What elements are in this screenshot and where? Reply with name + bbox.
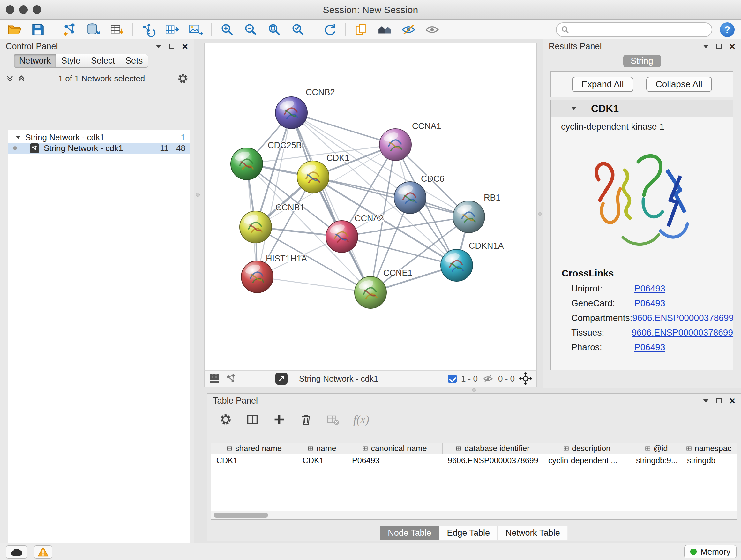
collapse-all-icon[interactable] [5,74,15,83]
maximize-panel-icon[interactable] [169,44,174,49]
clone-network-button[interactable] [140,22,156,38]
grid-view-icon[interactable] [209,373,220,384]
gene-card-header[interactable]: CDK1 [551,100,733,117]
warning-button[interactable] [34,545,52,559]
tab-sets[interactable]: Sets [120,54,148,68]
node-CCNE1[interactable] [354,276,387,308]
maximize-panel-icon[interactable] [717,398,722,403]
network-tree-root-row[interactable]: String Network - cdk1 1 [8,132,190,143]
tab-select[interactable]: Select [85,54,120,68]
edge-CCNE1-HIST1H1A[interactable] [257,277,370,293]
column-header-shared-name[interactable]: shared name [211,443,297,454]
memory-button[interactable]: Memory [684,545,737,558]
zoom-in-button[interactable] [219,22,235,38]
show-columns-icon[interactable] [246,413,259,426]
left-splitter-handle[interactable] [196,193,200,197]
zoom-out-button[interactable] [243,22,259,38]
import-network-database-button[interactable] [85,22,101,38]
column-header-description[interactable]: description [543,443,631,454]
cell-namespace[interactable]: stringdb [682,456,736,465]
column-header-database-identifier[interactable]: database identifier [443,443,543,454]
search-box[interactable] [556,22,712,37]
minimize-window-button[interactable] [19,5,28,14]
save-session-button[interactable] [30,22,46,38]
import-table-button[interactable] [109,22,125,38]
open-session-button[interactable] [6,22,22,38]
show-eye-button[interactable] [424,22,440,38]
export-image-button[interactable] [188,22,204,38]
copy-button[interactable] [353,22,369,38]
delete-column-trash-icon[interactable] [300,413,313,426]
column-header-name[interactable]: name [297,443,347,454]
crosslink-link[interactable]: P06493 [634,298,665,308]
expand-all-icon[interactable] [17,74,26,83]
cell-database-identifier[interactable]: 9606.ENSP00000378699 [443,456,543,465]
horizontal-scrollbar[interactable] [211,511,737,519]
help-button[interactable]: ? [720,22,735,37]
column-header-id[interactable]: @id [631,443,682,454]
node-CDKN1A[interactable] [441,249,473,281]
tab-node-table[interactable]: Node Table [380,526,439,540]
export-table-button[interactable] [164,22,180,38]
maximize-window-button[interactable] [32,5,41,14]
collapse-all-button[interactable]: Collapse All [646,77,712,92]
birdseye-view-icon[interactable] [226,373,237,384]
column-header-canonical-name[interactable]: canonical name [347,443,443,454]
tab-style[interactable]: Style [56,54,86,68]
zoom-selected-button[interactable] [290,22,306,38]
home-button[interactable] [377,22,393,38]
node-CDK1[interactable] [297,161,329,193]
zoom-fit-button[interactable] [266,22,282,38]
node-RB1[interactable] [453,201,485,233]
cell-description[interactable]: cyclin-dependent ... [543,456,631,465]
tab-network-table[interactable]: Network Table [497,526,568,540]
cell-shared-name[interactable]: CDK1 [211,456,297,465]
node-CCNA1[interactable] [380,129,411,161]
tree-expander-icon[interactable] [16,136,21,139]
close-panel-icon[interactable]: × [182,41,188,51]
cloud-button[interactable] [6,545,27,559]
cell-id[interactable]: stringdb:9... [631,456,682,465]
close-panel-icon[interactable]: × [729,395,735,406]
node-CDC6[interactable] [394,182,426,213]
tab-edge-table[interactable]: Edge Table [439,526,498,540]
node-CCNB1[interactable] [240,211,272,243]
edge-CDK1-RB1[interactable] [313,177,469,217]
horizontal-splitter-handle[interactable] [472,388,476,392]
pan-crosshair-icon[interactable] [519,372,532,385]
float-panel-icon[interactable] [703,399,709,402]
scrollbar-thumb[interactable] [214,513,268,517]
close-panel-icon[interactable]: × [729,41,735,51]
results-tab-string[interactable]: String [623,55,661,67]
tab-network[interactable]: Network [14,54,56,68]
edge-CCNB2-CCNA1[interactable] [291,113,395,145]
node-CCNB2[interactable] [275,97,307,129]
network-view-canvas[interactable]: CCNB2CCNA1CDC25BCDK1CDC6RB1CCNB1CCNA2CDK… [204,43,537,370]
crosslink-link[interactable]: P06493 [634,342,665,353]
node-CCNA2[interactable] [326,221,358,253]
cell-name[interactable]: CDK1 [297,456,347,465]
cell-canonical-name[interactable]: P06493 [347,456,443,465]
node-CDC25B[interactable] [231,148,263,180]
gene-card-expander-icon[interactable] [571,107,576,110]
right-splitter-handle[interactable] [538,212,542,216]
crosslink-link[interactable]: 9606.ENSP00000378699 [631,327,733,338]
import-network-file-button[interactable] [62,22,77,38]
table-row[interactable]: CDK1 CDK1 P06493 9606.ENSP00000378699 cy… [211,454,737,466]
close-window-button[interactable] [6,5,14,14]
hide-selected-button[interactable] [401,22,416,38]
selected-checkbox-icon[interactable] [448,374,457,383]
crosslink-link[interactable]: 9606.ENSP00000378699 [632,313,733,323]
search-input[interactable] [572,24,707,35]
network-tree-child-row[interactable]: String Network - cdk1 11 48 [8,143,190,153]
table-settings-gear-icon[interactable] [219,413,232,426]
detach-view-button[interactable] [275,373,287,385]
apply-layout-button[interactable] [322,22,338,38]
expand-all-button[interactable]: Expand All [572,77,633,92]
add-column-plus-icon[interactable] [273,413,286,426]
float-panel-icon[interactable] [156,45,161,48]
float-panel-icon[interactable] [703,45,709,48]
node-HIST1H1A[interactable] [241,261,273,293]
gear-icon[interactable] [177,73,189,84]
maximize-panel-icon[interactable] [717,44,722,49]
